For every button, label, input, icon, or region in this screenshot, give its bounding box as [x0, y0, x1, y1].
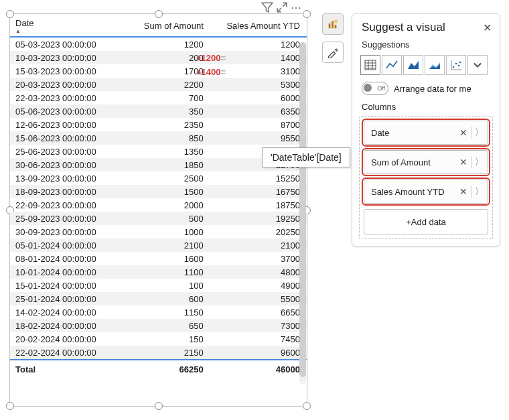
table-cell: 500	[127, 212, 210, 225]
table-row[interactable]: 20-03-2023 00:00:0022005300	[10, 78, 307, 91]
visual-type-table[interactable]	[360, 55, 380, 75]
chevron-right-icon[interactable]: 〉	[475, 156, 484, 168]
more-options-icon[interactable]: ⋯	[291, 2, 303, 13]
remove-field-icon[interactable]: ✕	[458, 186, 469, 197]
table-row[interactable]: 08-01-2024 00:00:0016003700	[10, 252, 307, 265]
table-row[interactable]: 05-03-2023 00:00:0012001200	[10, 37, 307, 51]
table-cell: 2350	[127, 118, 210, 131]
suggest-visual-button[interactable]	[322, 13, 344, 35]
field-label: Date	[371, 128, 458, 138]
table-row[interactable]: 10-01-2024 00:00:0011004800	[10, 265, 307, 279]
add-data-label: +Add data	[406, 217, 446, 227]
vertical-scrollbar[interactable]	[299, 42, 306, 384]
visual-container[interactable]: ⋯ Date ▲ Sum of Amount Sales	[9, 13, 307, 407]
close-icon[interactable]: ✕	[483, 21, 492, 34]
columns-well[interactable]: Date ✕ 〉 Sum of Amount ✕ 〉 Sales Amount …	[359, 116, 493, 239]
annotation-plus-1400: +1400=	[196, 67, 226, 77]
remove-field-icon[interactable]: ✕	[458, 127, 469, 138]
format-visual-button[interactable]	[322, 42, 344, 63]
remove-field-icon[interactable]: ✕	[458, 157, 469, 167]
column-header-amount[interactable]: Sum of Amount	[127, 14, 210, 37]
field-sum-of-amount[interactable]: Sum of Amount ✕ 〉	[364, 150, 488, 174]
table-row[interactable]: 18-09-2023 00:00:00150016750	[10, 185, 307, 198]
table-cell: 4800	[210, 265, 307, 279]
table-cell: 600	[127, 292, 210, 305]
table-row[interactable]: 15-01-2024 00:00:001004900	[10, 279, 307, 292]
arrange-data-label: Arrange data for me	[394, 84, 471, 94]
table-row[interactable]: 13-09-2023 00:00:00250015250	[10, 171, 307, 185]
table-cell: 100	[127, 279, 210, 292]
total-label: Total	[10, 360, 127, 378]
visual-type-line[interactable]	[382, 55, 402, 75]
chevron-right-icon[interactable]: 〉	[475, 186, 484, 198]
filter-icon[interactable]	[261, 2, 273, 13]
table-cell: 2150	[127, 346, 210, 360]
focus-mode-icon[interactable]	[276, 2, 288, 13]
table-row[interactable]: 05-06-2023 00:00:003506350	[10, 104, 307, 118]
table-row[interactable]: 30-09-2023 00:00:00100020250	[10, 225, 307, 238]
table-cell: 1100	[127, 265, 210, 279]
column-header-date[interactable]: Date ▲	[10, 14, 127, 37]
table-cell: 20-03-2023 00:00:00	[10, 78, 127, 91]
table-cell: 14-02-2024 00:00:00	[10, 305, 127, 319]
table-row[interactable]: 12-06-2023 00:00:0023508700	[10, 118, 307, 131]
table-cell: 2500	[127, 171, 210, 185]
chevron-right-icon[interactable]: 〉	[475, 127, 484, 139]
table-cell: 700	[127, 91, 210, 104]
table-cell: 22-09-2023 00:00:00	[10, 198, 127, 212]
table-cell: 2000	[127, 198, 210, 212]
table-cell: 5300	[210, 78, 307, 91]
visual-toolbar: ⋯	[261, 2, 303, 13]
table-row[interactable]: 20-02-2024 00:00:001507450	[10, 332, 307, 346]
scrollbar-thumb[interactable]	[299, 42, 306, 377]
visual-type-scatter[interactable]	[446, 55, 466, 75]
table-cell: 6000	[210, 91, 307, 104]
table-cell: 2100	[210, 238, 307, 252]
divider	[471, 127, 472, 139]
table-cell: 7300	[210, 319, 307, 332]
table-row[interactable]: 10-03-2023 00:00:002001400	[10, 51, 307, 64]
table-row[interactable]: 18-02-2024 00:00:006507300	[10, 319, 307, 332]
field-label: Sales Amount YTD	[371, 187, 458, 197]
table-row[interactable]: 22-09-2023 00:00:00200018750	[10, 198, 307, 212]
table-cell: 18-09-2023 00:00:00	[10, 185, 127, 198]
table-cell: 10-03-2023 00:00:00	[10, 51, 127, 64]
table-cell: 6350	[210, 104, 307, 118]
table-cell: 25-01-2024 00:00:00	[10, 292, 127, 305]
table-cell: 15250	[210, 171, 307, 185]
total-amount: 66250	[127, 360, 210, 378]
field-sales-amount-ytd[interactable]: Sales Amount YTD ✕ 〉	[364, 180, 488, 204]
table-row[interactable]: 05-01-2024 00:00:0021002100	[10, 238, 307, 252]
table-row[interactable]: 15-03-2023 00:00:0017003100	[10, 64, 307, 78]
svg-rect-2	[335, 25, 337, 28]
table-cell: 1600	[127, 252, 210, 265]
table-cell: 20250	[210, 225, 307, 238]
table-cell: 3700	[210, 252, 307, 265]
column-header-ytd[interactable]: Sales Amount YTD	[210, 14, 307, 37]
visual-type-picker	[360, 55, 492, 75]
data-table[interactable]: Date ▲ Sum of Amount Sales Amount YTD 05…	[10, 14, 307, 378]
table-cell: 13-09-2023 00:00:00	[10, 171, 127, 185]
svg-point-14	[459, 62, 461, 64]
field-date[interactable]: Date ✕ 〉	[364, 121, 488, 145]
table-cell: 25-06-2023 00:00:00	[10, 145, 127, 158]
table-row[interactable]: 25-01-2024 00:00:006005500	[10, 292, 307, 305]
table-row[interactable]: 14-02-2024 00:00:0011506650	[10, 305, 307, 319]
visual-type-area[interactable]	[403, 55, 423, 75]
table-row[interactable]: 15-06-2023 00:00:008509550	[10, 131, 307, 145]
table-cell: 15-01-2024 00:00:00	[10, 279, 127, 292]
visual-type-area-stacked[interactable]	[425, 55, 445, 75]
suggest-visual-panel: Suggest a visual ✕ Suggestions	[352, 13, 500, 247]
table-cell: 22-03-2023 00:00:00	[10, 91, 127, 104]
add-data-button[interactable]: +Add data	[364, 209, 488, 234]
table-cell: 16750	[210, 185, 307, 198]
table-cell: 150	[127, 332, 210, 346]
table-cell: 9600	[210, 346, 307, 360]
table-row[interactable]: 22-02-2024 00:00:0021509600	[10, 346, 307, 360]
arrange-data-toggle[interactable]: Off	[362, 82, 388, 95]
table-cell: 30-06-2023 00:00:00	[10, 158, 127, 171]
column-header-label: Sales Amount YTD	[226, 21, 300, 31]
visual-type-more[interactable]	[467, 55, 488, 75]
table-row[interactable]: 22-03-2023 00:00:007006000	[10, 91, 307, 104]
table-row[interactable]: 25-09-2023 00:00:0050019250	[10, 212, 307, 225]
